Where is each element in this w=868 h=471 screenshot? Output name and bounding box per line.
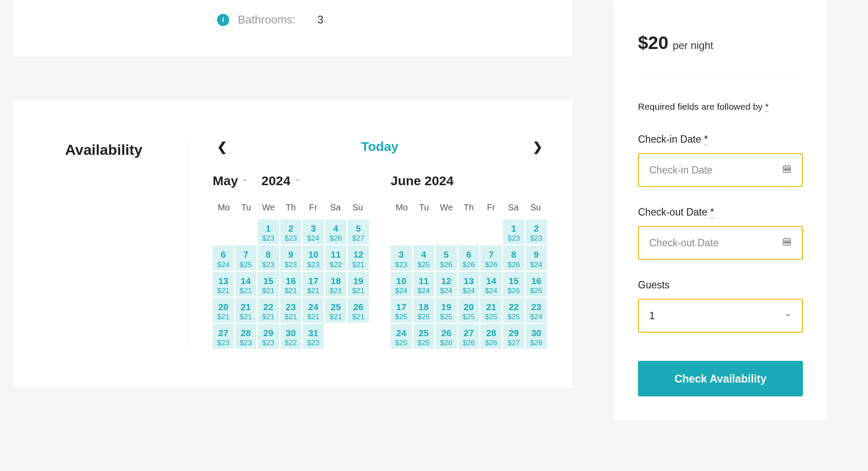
calendar-date[interactable]: 22$21 (258, 298, 279, 323)
calendar-date[interactable]: 4$26 (325, 219, 346, 244)
calendar-date[interactable]: 11$24 (413, 272, 434, 297)
calendar-date[interactable]: 28$26 (480, 324, 502, 349)
calendar-date[interactable]: 14$21 (235, 272, 256, 297)
calendar-date[interactable]: 29$27 (503, 324, 524, 349)
calendar-date[interactable]: 28$23 (235, 324, 256, 349)
svg-rect-4 (785, 169, 786, 170)
month-select[interactable]: May (213, 173, 238, 188)
date-number: 1 (258, 222, 279, 234)
calendar-date[interactable]: 25$25 (413, 324, 434, 349)
calendar-date[interactable]: 23$24 (526, 298, 547, 323)
calendar-date[interactable]: 25$21 (325, 298, 346, 323)
weekday-header: Su (347, 199, 369, 216)
calendar-date[interactable]: 4$25 (413, 245, 434, 270)
date-number: 27 (213, 327, 234, 339)
chevron-down-icon[interactable] (242, 177, 248, 185)
date-number: 22 (258, 301, 279, 313)
calendar-date[interactable]: 19$21 (348, 272, 369, 297)
calendar-date[interactable]: 30$22 (280, 324, 302, 349)
date-price: $21 (213, 313, 234, 321)
calendar-date[interactable]: 8$23 (258, 245, 279, 270)
calendar-date[interactable]: 16$25 (526, 272, 547, 297)
calendar-prev-button[interactable]: ❮ (217, 140, 227, 154)
calendar-date[interactable]: 16$21 (280, 272, 302, 297)
calendar-date[interactable]: 13$24 (458, 272, 480, 297)
calendar-date[interactable]: 30$26 (526, 324, 547, 349)
checkout-placeholder: Check-out Date (649, 237, 719, 249)
calendar-date[interactable]: 27$23 (213, 324, 234, 349)
calendar-date[interactable]: 1$23 (503, 219, 524, 244)
calendar-date[interactable]: 24$21 (302, 298, 324, 323)
calendar-date[interactable]: 1$23 (258, 219, 279, 244)
calendar-icon (782, 164, 792, 176)
calendar-date[interactable]: 20$21 (213, 298, 234, 323)
checkin-date-input[interactable]: Check-in Date (638, 153, 803, 187)
year-select[interactable]: 2024 (261, 173, 290, 188)
calendar-date[interactable]: 17$21 (302, 272, 324, 297)
calendar-date[interactable]: 20$25 (458, 298, 480, 323)
calendar-date[interactable]: 31$23 (302, 324, 324, 349)
calendar-date[interactable]: 15$26 (503, 272, 524, 297)
calendar-date[interactable]: 14$24 (480, 272, 502, 297)
calendar-date[interactable]: 24$25 (391, 324, 412, 349)
calendar-date[interactable]: 8$26 (503, 245, 524, 270)
calendar-date[interactable]: 9$23 (280, 245, 302, 270)
calendar-date[interactable]: 17$25 (391, 298, 412, 323)
calendar-date[interactable]: 26$21 (348, 298, 369, 323)
price-unit: per night (673, 39, 713, 52)
calendar-date[interactable]: 6$26 (458, 245, 480, 270)
guests-select[interactable]: 1 (638, 299, 803, 333)
checkout-date-input[interactable]: Check-out Date (638, 226, 803, 260)
calendar-date[interactable]: 3$23 (391, 245, 412, 270)
calendar-today-link[interactable]: Today (361, 139, 398, 154)
calendar-date[interactable]: 6$24 (213, 245, 234, 270)
calendar-date[interactable]: 9$24 (526, 245, 547, 270)
calendar-date[interactable]: 18$21 (325, 272, 346, 297)
calendar-date[interactable]: 7$26 (480, 245, 502, 270)
date-price: $25 (391, 339, 412, 347)
calendar-date[interactable]: 13$21 (213, 272, 234, 297)
calendar-date[interactable]: 26$26 (436, 324, 457, 349)
calendar-date[interactable]: 2$23 (526, 219, 547, 244)
calendar-date[interactable]: 5$27 (348, 219, 369, 244)
bathrooms-label: Bathrooms: (238, 13, 296, 26)
calendar-next-button[interactable]: ❯ (533, 140, 542, 154)
date-number: 24 (391, 327, 412, 339)
calendar-date[interactable]: 29$23 (258, 324, 279, 349)
date-price: $23 (526, 234, 547, 243)
calendar-date[interactable]: 7$25 (235, 245, 256, 270)
check-availability-button[interactable]: Check Availability (638, 361, 803, 396)
date-number: 26 (436, 327, 457, 339)
date-number: 10 (391, 275, 412, 287)
calendar-date[interactable]: 3$24 (302, 219, 324, 244)
date-number: 12 (436, 275, 457, 287)
date-number: 10 (302, 249, 324, 260)
calendar-date[interactable]: 21$21 (235, 298, 256, 323)
date-number: 17 (391, 301, 412, 313)
calendar-date[interactable]: 10$23 (302, 245, 324, 270)
calendar-date[interactable]: 23$21 (280, 298, 302, 323)
month-title: June 2024 (391, 173, 454, 188)
calendar-date[interactable]: 12$21 (348, 245, 369, 270)
date-price: $22 (280, 339, 302, 347)
date-price: $22 (325, 261, 346, 269)
chevron-down-icon[interactable] (295, 177, 301, 185)
calendar-date[interactable]: 21$25 (480, 298, 502, 323)
weekday-header: Th (279, 199, 302, 216)
date-number: 25 (325, 301, 346, 313)
calendar-date[interactable]: 27$26 (458, 324, 480, 349)
calendar-date[interactable]: 11$22 (325, 245, 346, 270)
calendar-date[interactable]: 12$24 (436, 272, 457, 297)
date-number: 14 (235, 275, 256, 287)
calendar-date[interactable]: 19$25 (436, 298, 457, 323)
date-price: $26 (458, 339, 480, 347)
calendar-date[interactable]: 5$26 (436, 245, 457, 270)
calendar-date[interactable]: 10$24 (391, 272, 412, 297)
date-number: 23 (526, 301, 547, 313)
calendar-date[interactable]: 18$25 (413, 298, 434, 323)
calendar-date[interactable]: 22$25 (503, 298, 524, 323)
calendar-date[interactable]: 15$21 (258, 272, 279, 297)
date-number: 31 (302, 327, 324, 339)
checkin-label: Check-in Date * (638, 134, 803, 145)
calendar-date[interactable]: 2$23 (280, 219, 302, 244)
